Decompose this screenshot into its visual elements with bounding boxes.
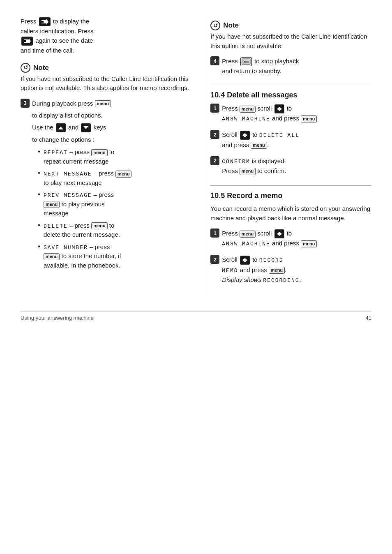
prev-msg-code: PREV MESSAGE bbox=[44, 192, 92, 199]
step3-row: 3 During playback press menu to display … bbox=[21, 99, 189, 274]
stop-playback-label: to stop playback bbox=[254, 58, 299, 65]
memo-step2-row: 2 Scroll to RECORD MEMO and press menu. bbox=[210, 255, 371, 287]
memo-step1-content: Press menu scroll to ANSW MACHINE and pr… bbox=[222, 229, 371, 251]
bullet-dot-next: • bbox=[38, 169, 40, 177]
delete-step2b-content: CONFIRM is displayed. Press menu to conf… bbox=[222, 156, 371, 178]
svg-marker-14 bbox=[242, 258, 247, 260]
delete-step1-row: 1 Press menu scroll to ANSW MACHINE bbox=[210, 104, 371, 126]
bullet-delete: • DELETE – press menu todelete the curre… bbox=[38, 221, 189, 240]
memo-intro-text: You can record a memo which is stored on… bbox=[210, 205, 370, 222]
svg-marker-11 bbox=[242, 135, 247, 137]
menu-key-repeat: menu bbox=[91, 149, 107, 156]
section-delete: 10.4 Delete all messages 1 Press menu sc… bbox=[210, 91, 371, 178]
right-column: ↺ Note If you have not subscribed to the… bbox=[206, 16, 371, 295]
menu-key-chip: menu bbox=[95, 100, 111, 107]
note1-text: If you have not subscribed to the Caller… bbox=[21, 74, 189, 93]
delete-step1-badge: 1 bbox=[210, 104, 219, 113]
svg-marker-13 bbox=[277, 234, 282, 236]
display-shows-label: Display shows bbox=[222, 276, 261, 283]
menu-key-next: menu bbox=[115, 171, 131, 178]
delete-step1-text: Press menu scroll to ANSW MACHINE and pr… bbox=[222, 104, 371, 123]
memo-step1-badge: 1 bbox=[210, 229, 219, 238]
footer-right: 41 bbox=[366, 315, 371, 321]
note1-label: Note bbox=[33, 64, 49, 72]
to-display-label: to display the bbox=[53, 18, 89, 25]
bullet-save: • SAVE NUMBER – press menu to store the … bbox=[38, 242, 189, 270]
menu-key-prev: menu bbox=[44, 201, 60, 208]
note2-title: ↺ Note bbox=[210, 21, 371, 30]
step3-line4: to change the options : bbox=[32, 135, 189, 144]
svg-marker-9 bbox=[277, 109, 282, 111]
bullet-dot-delete: • bbox=[38, 221, 40, 229]
bullet-prev: • PREV MESSAGE – press menu to play prev… bbox=[38, 190, 189, 218]
svg-text:exit: exit bbox=[244, 60, 249, 63]
scroll-icon-d1 bbox=[274, 104, 284, 113]
scroll-icon-m1 bbox=[274, 229, 284, 238]
press-label: Press bbox=[21, 18, 36, 25]
bullet-dot-save: • bbox=[38, 242, 40, 251]
step3-line2: to display a list of options. bbox=[32, 111, 189, 120]
menu-key-m1b: menu bbox=[301, 240, 317, 247]
note2-label: Note bbox=[223, 21, 239, 30]
bullet-save-text: SAVE NUMBER – press menu to store the nu… bbox=[44, 242, 121, 270]
delete-step2b-badge: 2 bbox=[210, 156, 219, 165]
menu-key-m2: menu bbox=[269, 267, 285, 274]
step4-text: Press exit to stop playback and return t… bbox=[222, 56, 371, 76]
bullet-next-text: NEXT MESSAGE – press menuto play next me… bbox=[44, 169, 132, 187]
step3-line3: Use the and keys bbox=[32, 122, 189, 132]
svg-marker-4 bbox=[58, 127, 63, 129]
svg-marker-10 bbox=[242, 133, 247, 135]
record-code: RECORD bbox=[259, 257, 284, 263]
bullet-delete-text: DELETE – press menu todelete the current… bbox=[44, 221, 120, 240]
bullet-prev-text: PREV MESSAGE – press menu to play previo… bbox=[44, 190, 114, 218]
delete-all-code: DELETE ALL bbox=[259, 132, 300, 138]
menu-key-d1: menu bbox=[240, 106, 256, 113]
note2-text: If you have not subscribed to the Caller… bbox=[210, 32, 371, 51]
memo-step2-content: Scroll to RECORD MEMO and press menu. Di… bbox=[222, 255, 371, 287]
delete-step2a-row: 2 Scroll to DELETE ALL and press menu. bbox=[210, 130, 371, 152]
note1-title: ↺ Note bbox=[21, 63, 189, 73]
intro-section: Press to display the callers identificat… bbox=[21, 16, 189, 55]
keys-label: keys bbox=[93, 124, 106, 131]
menu-key-d3: menu bbox=[240, 168, 256, 175]
delete-step2b-text: CONFIRM is displayed. Press menu to conf… bbox=[222, 156, 371, 175]
step3-badge: 3 bbox=[21, 99, 30, 108]
answ-machine-code1: ANSW MACHINE bbox=[222, 116, 270, 122]
memo-step1-row: 1 Press menu scroll to ANSW MACHINE bbox=[210, 229, 371, 251]
delete-step2a-badge: 2 bbox=[210, 130, 219, 139]
delete-step1-content: Press menu scroll to ANSW MACHINE and pr… bbox=[222, 104, 371, 126]
press-label-4: Press bbox=[222, 58, 238, 65]
step3-content: During playback press menu to display a … bbox=[32, 99, 189, 274]
delete-step2a-text: Scroll to DELETE ALL and press menu. bbox=[222, 130, 371, 149]
note1-body: If you have not subscribed to the Caller… bbox=[21, 75, 189, 92]
step4-badge: 4 bbox=[210, 56, 219, 65]
note1-icon: ↺ bbox=[21, 63, 30, 73]
scroll-icon-d2 bbox=[240, 131, 250, 140]
again-date-label: again to see the date bbox=[35, 37, 93, 44]
and-label: and bbox=[68, 124, 78, 131]
confirm-code: CONFIRM bbox=[222, 159, 250, 165]
memo-intro: You can record a memo which is stored on… bbox=[210, 204, 371, 223]
step3-line1: During playback press menu bbox=[32, 99, 189, 108]
up-key-icon bbox=[56, 123, 66, 132]
menu-key-m1: menu bbox=[240, 231, 256, 238]
note1-block: ↺ Note If you have not subscribed to the… bbox=[21, 63, 189, 93]
bullet-repeat-text: REPEAT – press menu torepeat current mes… bbox=[44, 148, 114, 166]
step4-content: Press exit to stop playback and return t… bbox=[222, 56, 371, 78]
note2-icon: ↺ bbox=[210, 21, 220, 30]
svg-marker-5 bbox=[83, 126, 88, 129]
footer-left: Using your answering machine bbox=[21, 315, 94, 321]
divider2 bbox=[210, 185, 371, 186]
left-column: Press to display the callers identificat… bbox=[21, 16, 194, 295]
delete-code: DELETE bbox=[44, 223, 68, 229]
bullet-list: • REPEAT – press menu torepeat current m… bbox=[38, 148, 189, 270]
memo-code: MEMO bbox=[222, 268, 238, 274]
svg-marker-8 bbox=[277, 107, 282, 109]
bullet-repeat: • REPEAT – press menu torepeat current m… bbox=[38, 148, 189, 166]
svg-rect-3 bbox=[24, 40, 26, 42]
callers-id-label: callers identification. Press bbox=[21, 28, 94, 35]
repeat-code: REPEAT bbox=[44, 150, 68, 156]
return-standby-label: and return to standby. bbox=[222, 67, 281, 74]
note2-body: If you have not subscribed to the Caller… bbox=[210, 33, 367, 49]
memo-heading: 10.5 Record a memo bbox=[210, 192, 371, 200]
